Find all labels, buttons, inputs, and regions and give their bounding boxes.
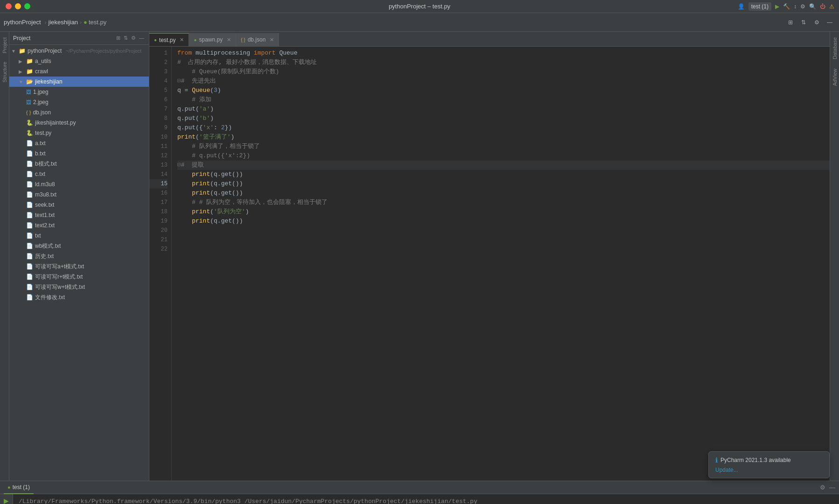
notification-popup: ℹ PyCharm 2021.1.3 available Update... — [708, 451, 830, 478]
run-command: /Library/Frameworks/Python.framework/Ver… — [19, 497, 833, 504]
tree-item-dbjson[interactable]: { } db.json — [9, 107, 149, 118]
run-settings-icon[interactable]: ⚙ — [820, 484, 825, 491]
minimize-button[interactable] — [15, 3, 21, 9]
run-tab-icon: ● — [7, 484, 11, 490]
build-icon[interactable]: 🔨 — [783, 3, 790, 10]
tree-item-wbmodetxt[interactable]: 📄wb模式.txt — [9, 241, 149, 251]
tree-item-testpy[interactable]: 🐍 test.py — [9, 128, 149, 138]
tree-item-historytxt[interactable]: 📄历史.txt — [9, 251, 149, 261]
tab-testpy[interactable]: ● test.py ✕ — [149, 33, 189, 46]
panel-title: Project — [13, 35, 30, 42]
notification-title: PyCharm 2021.1.3 available — [720, 457, 791, 463]
tree-item-read-r[interactable]: 📄可读可写r+t模式.txt — [9, 272, 149, 282]
left-sidebar: Project Structure — [0, 32, 9, 481]
code-area[interactable]: from multiprocessing import Queue # 占用的内… — [172, 47, 830, 481]
tab-spawnpy[interactable]: ● spawn.py ✕ — [189, 33, 236, 46]
power-icon[interactable]: ⏻ — [820, 3, 825, 10]
tab-dbjson-close[interactable]: ✕ — [270, 37, 274, 43]
nav-file: ● test.py — [84, 19, 106, 26]
tab-testpy-label: test.py — [159, 37, 175, 43]
maximize-button[interactable] — [24, 3, 30, 9]
tree-root[interactable]: ▼ 📁 pythonProject ~/PycharmProjects/pyth… — [9, 46, 149, 56]
tree-item-btxt[interactable]: 📄b.txt — [9, 148, 149, 159]
tabs-bar: ● test.py ✕ ● spawn.py ✕ { } db.json ✕ — [149, 32, 830, 47]
sidebar-item-adview[interactable]: AdView — [831, 65, 839, 90]
run-play-icon[interactable]: ▶ — [775, 3, 779, 10]
tree-item-ctxt[interactable]: 📄c.txt — [9, 169, 149, 179]
panel-icon-close[interactable]: — — [138, 34, 145, 42]
tab-testpy-close[interactable]: ✕ — [180, 37, 184, 43]
tab-dbjson[interactable]: { } db.json ✕ — [236, 33, 279, 46]
project-name[interactable]: pythonProject — [4, 19, 41, 26]
tree-item-atxt[interactable]: 📄a.txt — [9, 138, 149, 148]
window-title: pythonProject – test.py — [389, 3, 450, 10]
tree-item-text1[interactable]: 📄text1.txt — [9, 210, 149, 220]
project-tree: ▼ 📁 pythonProject ~/PycharmProjects/pyth… — [9, 45, 149, 481]
run-panel-header: ● test (1) ⚙ — — [0, 481, 839, 494]
run-content: ▶ ■ ↺ ≡ 📌 🖨 🗑 /Library/Frameworks/Python… — [0, 494, 839, 504]
tree-item-filemod[interactable]: 📄文件修改.txt — [9, 292, 149, 302]
tree-item-2jpeg[interactable]: 🖼 2.jpeg — [9, 97, 149, 107]
panel-header-icons: ⊞ ⇅ ⚙ — — [115, 34, 145, 42]
run-minimize-icon[interactable]: — — [829, 484, 835, 491]
layout-icon[interactable]: ⊞ — [785, 17, 796, 28]
tree-item-m3u8txt[interactable]: 📄m3u8.txt — [9, 189, 149, 200]
project-panel: Project ⊞ ⇅ ⚙ — ▼ 📁 pythonProject ~/Pych… — [9, 32, 149, 481]
titlebar: pythonProject – test.py 👤 test (1) ▶ 🔨 ↕… — [0, 0, 839, 13]
tree-item-crawl[interactable]: ▶ 📁 crawl — [9, 66, 149, 77]
tree-item-a_utils[interactable]: ▶ 📁 a_utils — [9, 56, 149, 66]
tree-item-txt[interactable]: 📄txt — [9, 231, 149, 241]
run-panel: ● test (1) ⚙ — ▶ ■ ↺ ≡ 📌 🖨 🗑 /Library/Fr… — [0, 481, 839, 504]
user-icon[interactable]: 👤 — [738, 3, 745, 10]
tab-spawnpy-close[interactable]: ✕ — [227, 37, 231, 43]
arrow-icon: ▼ — [11, 49, 17, 54]
main-layout: Project Structure Project ⊞ ⇅ ⚙ — ▼ 📁 py… — [0, 32, 839, 481]
tab-testpy-icon: ● — [154, 37, 157, 42]
navbar: pythonProject › jiekeshijian › ● test.py… — [0, 13, 839, 32]
settings-icon2[interactable]: ⚙ — [811, 17, 822, 28]
close-button[interactable] — [6, 3, 12, 9]
tree-item-read-w[interactable]: 📄可读可写w+t模式.txt — [9, 282, 149, 292]
right-sidebar: Database AdView — [830, 32, 839, 481]
sidebar-item-project[interactable]: Project — [1, 34, 8, 57]
line-numbers: 12345 678910 11121314 15 16171819 202122 — [149, 47, 172, 481]
collapse-icon[interactable]: — — [824, 17, 835, 28]
tree-item-1jpeg[interactable]: 🖼 1.jpeg — [9, 87, 149, 97]
tree-item-jikeshijaintest[interactable]: 🐍 jikeshijaintest.py — [9, 118, 149, 128]
sidebar-item-structure[interactable]: Structure — [1, 58, 8, 86]
panel-icon-layout[interactable]: ⊞ — [115, 34, 121, 42]
tree-item-jiekeshijian[interactable]: ▼ 📂 jiekeshijian — [9, 77, 149, 87]
tree-item-read-a[interactable]: 📄可读可写a+t模式.txt — [9, 261, 149, 272]
run-output: /Library/Frameworks/Python.framework/Ver… — [13, 494, 839, 504]
tree-item-ldm3u8[interactable]: 📄ld.m3u8 — [9, 179, 149, 189]
nav-filename[interactable]: test.py — [89, 19, 106, 26]
project-panel-header: Project ⊞ ⇅ ⚙ — — [9, 32, 149, 45]
window-controls — [6, 3, 30, 9]
notification-update-link[interactable]: Update... — [715, 467, 738, 473]
breadcrumb-jiekeshijian[interactable]: jiekeshijian — [49, 19, 78, 26]
sort-icon[interactable]: ⇅ — [798, 17, 809, 28]
search-icon[interactable]: 🔍 — [809, 3, 816, 10]
root-path: ~/PycharmProjects/pythonProject — [65, 48, 141, 54]
panel-icon-settings[interactable]: ⚙ — [130, 34, 137, 42]
tab-dbjson-label: db.json — [248, 36, 266, 43]
titlebar-right-controls: 👤 test (1) ▶ 🔨 ↕ ⚙ 🔍 ⏻ ⚠ — [738, 2, 834, 11]
run-tab-active[interactable]: ● test (1) — [4, 481, 34, 494]
tree-item-seektxt[interactable]: 📄seek.txt — [9, 200, 149, 210]
folder-icon: 📁 — [19, 48, 26, 54]
run-tab-label: test (1) — [13, 484, 30, 490]
notification-header: ℹ PyCharm 2021.1.3 available — [715, 456, 823, 464]
tree-item-text2[interactable]: 📄text2.txt — [9, 220, 149, 231]
tree-item-bmodetxt[interactable]: 📄b模式.txt — [9, 159, 149, 169]
run-play-icon[interactable]: ▶ — [3, 496, 10, 504]
warning-icon[interactable]: ⚠ — [829, 3, 834, 10]
sidebar-item-database[interactable]: Database — [831, 34, 839, 63]
tab-spawnpy-icon: ● — [194, 37, 196, 42]
vcs-icon[interactable]: ↕ — [794, 3, 797, 10]
panel-icon-sort[interactable]: ⇅ — [123, 34, 129, 42]
run-config-label[interactable]: test (1) — [748, 2, 771, 11]
settings-icon[interactable]: ⚙ — [800, 3, 805, 10]
run-left-icons: ▶ ■ ↺ ≡ 📌 🖨 🗑 — [0, 494, 13, 504]
editor-content: 12345 678910 11121314 15 16171819 202122… — [149, 47, 830, 481]
tab-spawnpy-label: spawn.py — [199, 36, 223, 43]
